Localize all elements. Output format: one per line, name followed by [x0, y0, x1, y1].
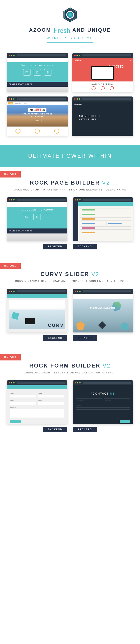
monitor-mockup: [91, 66, 114, 80]
rockpage-discover: °DISCOVER THE AZOOM: [7, 209, 68, 211]
tag-unique: UNIQUE: [0, 262, 21, 269]
builder-row: [80, 208, 132, 212]
demo1-heading: °DISCOVER THE AZOOM: [7, 64, 68, 66]
message-textarea: [76, 410, 130, 418]
tablet-icon: [34, 69, 41, 76]
slider-canvas: C U R V: [9, 310, 65, 329]
demo-abboxed[interactable]: HOMEFEATURESBLOG AB BOX ED CREATE AMAZIN…: [7, 96, 68, 136]
section-title: ROCK FORM BUILDER V2: [0, 362, 140, 369]
form-toolbar: [7, 385, 68, 389]
svg-rect-3: [26, 72, 28, 73]
demo4-logo: Aparallax: [72, 102, 134, 107]
label-backend: BACKEND: [43, 335, 67, 341]
tag-unique: UNIQUE: [0, 171, 21, 178]
demo3-line1: CREATE AMAZING WEB PAGES: [7, 113, 68, 115]
slider-panel: [9, 300, 65, 309]
svg-rect-8: [36, 216, 38, 218]
mobile-icon: [44, 214, 51, 220]
monitor-icon: [25, 318, 35, 324]
demo1-footer: °QUICK START STEPS: [7, 82, 68, 87]
logo: [62, 7, 78, 23]
section-title: CURVY SLIDER V2: [0, 271, 140, 278]
hero-title: AZOOM Fresh AND UNIQUE: [0, 26, 140, 34]
title-pre: AZOOM: [29, 27, 51, 33]
demo-azoom-default[interactable]: °DISCOVER THE AZOOM °QUICK START STEPS: [7, 53, 68, 92]
hexagon-icon: [110, 300, 124, 313]
section-rock-page-builder: UNIQUE ROCK PAGE BUILDER V2 DRAG AND DRO…: [0, 167, 140, 250]
browser-chrome: [7, 53, 68, 58]
text-input: [10, 394, 36, 398]
section-subtitle: DRAG AND DROP - SERVER SIDE VALIDATION -…: [0, 371, 140, 374]
demo3-logo: AB BOX ED: [28, 108, 46, 112]
tablet-icon: [34, 214, 41, 220]
pentagon-icon: [76, 321, 85, 330]
demo3-button: START: [33, 119, 42, 122]
tag-unique: UNIQUE: [0, 354, 21, 360]
browser-chrome: [72, 96, 134, 102]
curvy-frontend-shot[interactable]: DISCOVER AWESOME FRONTED: [73, 289, 134, 341]
browser-chrome: [7, 380, 68, 385]
builder-row: [80, 226, 132, 230]
text-input: [38, 394, 64, 398]
section-curvy-slider: UNIQUE CURVY SLIDER V2 CURVING ANIMATION…: [0, 258, 140, 341]
feature-icon: [54, 128, 59, 134]
logo-eye-icon: [66, 11, 74, 19]
rockform-backend-shot[interactable]: Field 1Field 2 Field 3Field 4 Message BA…: [7, 380, 68, 432]
admin-sidebar: [73, 202, 78, 241]
curvy-backend-shot[interactable]: C U R V BACKEND: [7, 289, 68, 341]
builder-toolbar: [78, 202, 134, 206]
title-fresh: Fresh: [53, 26, 70, 34]
rockpage-frontend-shot[interactable]: °DISCOVER THE AZOOM °QUICK START STEPS F…: [7, 197, 68, 250]
browser-chrome: [7, 289, 68, 294]
shape-icon: [12, 312, 19, 320]
label-frontend: FRONTED: [73, 335, 97, 341]
hero-subtitle: WORDPRESS THEME: [47, 36, 93, 42]
browser-chrome: [7, 197, 68, 202]
builder-row: [80, 222, 105, 225]
demos-grid: °DISCOVER THE AZOOM °QUICK START STEPS A…: [0, 47, 140, 145]
demo4-line1: ARE YOU READY: [79, 115, 134, 118]
browser-chrome: [72, 53, 134, 58]
builder-row: [80, 231, 132, 234]
diamond-icon: [98, 321, 106, 329]
label-backend: BACKEND: [43, 427, 67, 432]
browser-chrome: [73, 197, 134, 202]
svg-rect-6: [47, 72, 48, 73]
demo2-footer-title: ALLEFTY THEME DEMO: [72, 83, 134, 85]
hero: AZOOM Fresh AND UNIQUE WORDPRESS THEME: [0, 0, 140, 47]
email-input: Your Email: [104, 398, 130, 402]
builder-row: [80, 217, 132, 220]
curvy-headline: DISCOVER AWESOME: [90, 307, 116, 309]
text-input: [10, 402, 36, 405]
contact-title: °CONTACT US: [73, 390, 134, 398]
svg-rect-5: [37, 72, 38, 73]
builder-row: [106, 222, 131, 225]
rockpage-quick: °QUICK START STEPS: [7, 228, 68, 234]
feature-icon: [35, 128, 40, 134]
section-rock-form-builder: UNIQUE ROCK FORM BUILDER V2 DRAG AND DRO…: [0, 350, 140, 442]
text-input: [38, 402, 64, 405]
demo3-line2: WITH AZOOM: [7, 116, 68, 118]
name-input: Your Name: [76, 398, 102, 402]
pentagon-icon: [120, 322, 128, 330]
builder-row: [80, 213, 132, 216]
label-backend: BACKEND: [73, 244, 97, 250]
circle-icon: [92, 86, 96, 90]
curvy-letters: C U R V: [48, 323, 63, 328]
circle-icon: [110, 86, 114, 90]
circle-icon: [100, 86, 105, 90]
demo2-logo: Allefty: [75, 59, 81, 62]
demo4-line2: NEXT LEVEL?: [79, 118, 134, 121]
rockpage-backend-shot[interactable]: BACKEND: [73, 197, 134, 250]
demo-allefty[interactable]: Allefty≡ AZOO ALLEFTY THEME DEMO: [72, 53, 134, 92]
demo-aparallax[interactable]: Aparallax ARE YOU READY NEXT LEVEL?: [72, 96, 134, 136]
label-frontend: FRONTED: [73, 427, 97, 432]
submit-button: [10, 420, 22, 423]
slider-toolbar: [7, 294, 68, 298]
svg-rect-4: [26, 73, 27, 73]
title-post: AND UNIQUE: [72, 27, 111, 33]
section-subtitle: CURVING ANIMATIONS - DRAG AND DROP - FUL…: [0, 280, 140, 282]
feature-icon: [16, 128, 20, 134]
browser-chrome: [7, 96, 68, 102]
rockform-frontend-shot[interactable]: °CONTACT US Your Name Your Email Subject…: [73, 380, 134, 432]
